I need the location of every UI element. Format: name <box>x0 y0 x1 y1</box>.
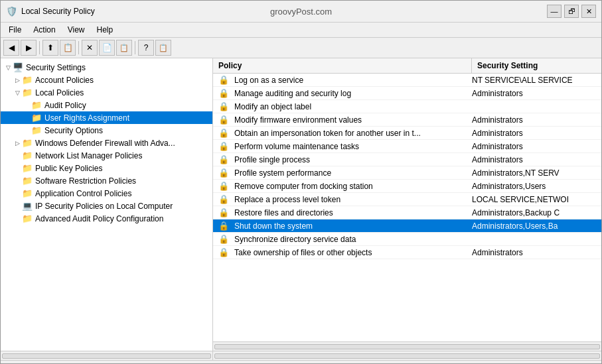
tree-panel: ▽ 🖥️ Security Settings ▷ 📁 Account Polic… <box>1 58 213 351</box>
forward-button[interactable]: ▶ <box>21 40 37 56</box>
tree-item-application-control[interactable]: 📁 Application Control Policies <box>1 187 212 200</box>
main-window: 🛡️ Local Security Policy groovyPost.com … <box>0 0 602 364</box>
content-list: 🔒 Log on as a service NT SERVICE\ALL SER… <box>213 74 601 341</box>
policy-icon: 🔒 <box>213 208 234 217</box>
menu-help[interactable]: Help <box>92 24 119 36</box>
policy-name: Modify firmware environment values <box>234 115 472 125</box>
policy-setting: LOCAL SERVICE,NETWOI <box>472 195 601 204</box>
list-item[interactable]: 🔒 Remove computer from docking station A… <box>213 180 601 193</box>
folder-icon: 📁 <box>22 75 33 85</box>
tree-label: Advanced Audit Policy Configuration <box>35 214 163 223</box>
properties-button[interactable]: 📄 <box>99 40 115 56</box>
folder-icon: 📁 <box>22 188 33 198</box>
policy-name: Take ownership of files or other objects <box>234 248 472 257</box>
list-item[interactable]: 🔒 Perform volume maintenance tasks Admin… <box>213 140 601 153</box>
toolbar-separator-3 <box>135 41 135 54</box>
policy-icon: 🔒 <box>213 88 234 98</box>
export-button[interactable]: 📋 <box>116 40 132 56</box>
horizontal-scrollbar[interactable] <box>213 341 601 351</box>
column-setting[interactable]: Security Setting <box>472 58 601 73</box>
policy-name: Profile single process <box>234 155 472 164</box>
list-item[interactable]: 🔒 Profile single process Administrators <box>213 153 601 166</box>
policy-icon: 🔒 <box>213 181 234 191</box>
policy-icon: 🔒 <box>213 141 234 151</box>
tree-label: Network List Manager Policies <box>35 151 142 160</box>
tree-item-user-rights[interactable]: 📁 User Rights Assignment <box>1 111 212 124</box>
policy-setting: NT SERVICE\ALL SERVICE <box>472 76 601 85</box>
tree-item-local-policies[interactable]: ▽ 📁 Local Policies <box>1 86 212 99</box>
scrollbar-track[interactable] <box>214 344 600 349</box>
menu-file[interactable]: File <box>3 24 27 36</box>
folder-icon: 📁 <box>22 163 33 173</box>
tree-item-ip-security[interactable]: 💻 IP Security Policies on Local Computer <box>1 200 212 212</box>
policy-name: Remove computer from docking station <box>234 182 472 191</box>
list-item[interactable]: 🔒 Modify an object label <box>213 100 601 113</box>
window-title: Local Security Policy <box>21 7 95 16</box>
column-policy[interactable]: Policy <box>213 58 472 73</box>
toolbar-separator-2 <box>78 41 79 54</box>
tree-item-windows-firewall[interactable]: ▷ 📁 Windows Defender Firewall with Adva.… <box>1 137 212 149</box>
tree-label: Public Key Policies <box>35 164 102 173</box>
tree-item-audit-policy[interactable]: 📁 Audit Policy <box>1 99 212 111</box>
up-button[interactable]: ⬆ <box>42 40 58 56</box>
folder-icon: 💻 <box>22 201 33 211</box>
tree-scrollbar-track[interactable] <box>2 353 211 359</box>
content-header: Policy Security Setting <box>213 58 601 74</box>
list-item[interactable]: 🔒 Synchronize directory service data <box>213 233 601 246</box>
menu-view[interactable]: View <box>62 24 90 36</box>
policy-name: Synchronize directory service data <box>234 235 472 244</box>
policy-setting: Administrators <box>472 129 601 138</box>
policy-icon: 🔒 <box>213 115 234 125</box>
app-icon: 🛡️ <box>6 6 17 17</box>
policy-setting: Administrators,Users <box>472 182 601 191</box>
show-hide-button[interactable]: 📋 <box>60 40 76 56</box>
title-bar-controls: — 🗗 ✕ <box>547 5 596 18</box>
close-button[interactable]: ✕ <box>581 5 596 18</box>
list-item[interactable]: 🔒 Modify firmware environment values Adm… <box>213 113 601 127</box>
toolbar-separator-1 <box>39 41 40 54</box>
policy-name: Perform volume maintenance tasks <box>234 142 472 151</box>
policy-icon: 🔒 <box>213 128 234 138</box>
list-item[interactable]: 🔒 Manage auditing and security log Admin… <box>213 87 601 100</box>
list-item[interactable]: 🔒 Replace a process level token LOCAL SE… <box>213 193 601 206</box>
folder-icon: 📁 <box>22 176 33 186</box>
status-bar <box>1 360 601 363</box>
list-item[interactable]: 🔒 Obtain an impersonation token for anot… <box>213 127 601 140</box>
tree-label: Audit Policy <box>44 101 86 110</box>
help-button[interactable]: ? <box>138 40 154 56</box>
policy-icon: 🔒 <box>213 154 234 164</box>
policy-icon: 🔒 <box>213 221 234 231</box>
tree-item-public-key[interactable]: 📁 Public Key Policies <box>1 162 212 174</box>
policy-name: Shut down the system <box>234 221 472 231</box>
back-button[interactable]: ◀ <box>3 40 19 56</box>
tree-item-security-options[interactable]: 📁 Security Options <box>1 124 212 137</box>
tree-item-account-policies[interactable]: ▷ 📁 Account Policies <box>1 74 212 86</box>
expand-icon: ▷ <box>13 140 22 147</box>
tree-label: Application Control Policies <box>35 189 131 198</box>
tree-item-advanced-audit[interactable]: 📁 Advanced Audit Policy Configuration <box>1 212 212 225</box>
content-scrollbar-track[interactable] <box>214 353 600 359</box>
toolbar: ◀ ▶ ⬆ 📋 ✕ 📄 📋 ? 📋 <box>1 38 601 58</box>
minimize-button[interactable]: — <box>547 5 562 18</box>
folder-icon: 📁 <box>22 213 33 223</box>
policy-icon: 🔒 <box>213 247 234 257</box>
policy-setting: Administrators <box>472 248 601 257</box>
policy-icon: 🔒 <box>213 168 234 178</box>
list-item[interactable]: 🔒 Take ownership of files or other objec… <box>213 246 601 259</box>
list-item[interactable]: 🔒 Log on as a service NT SERVICE\ALL SER… <box>213 74 601 87</box>
list-item-selected[interactable]: 🔒 Shut down the system Administrators,Us… <box>213 219 601 233</box>
tree-item-security-settings[interactable]: ▽ 🖥️ Security Settings <box>1 61 212 74</box>
delete-button[interactable]: ✕ <box>82 40 98 56</box>
menu-action[interactable]: Action <box>28 24 60 36</box>
policy-name: Profile system performance <box>234 168 472 178</box>
help2-button[interactable]: 📋 <box>155 40 171 56</box>
tree-item-software-restriction[interactable]: 📁 Software Restriction Policies <box>1 174 212 187</box>
policy-setting: Administrators <box>472 115 601 125</box>
policy-name: Manage auditing and security log <box>234 89 472 98</box>
tree-item-network-list[interactable]: 📁 Network List Manager Policies <box>1 149 212 162</box>
restore-button[interactable]: 🗗 <box>564 5 579 18</box>
list-item[interactable]: 🔒 Profile system performance Administrat… <box>213 166 601 180</box>
folder-icon: 📁 <box>22 151 33 160</box>
watermark: groovyPost.com <box>270 7 332 17</box>
list-item[interactable]: 🔒 Restore files and directories Administ… <box>213 206 601 219</box>
